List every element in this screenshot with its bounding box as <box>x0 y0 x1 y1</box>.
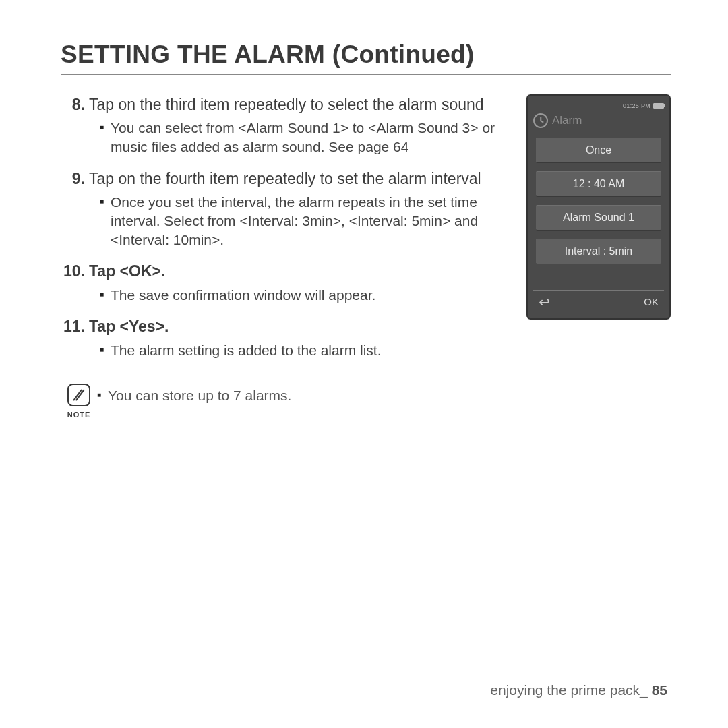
note-text: You can store up to 7 alarms. <box>108 386 291 405</box>
step-number: 8. <box>61 94 89 115</box>
clock-icon <box>533 113 548 128</box>
device-option-frequency[interactable]: Once <box>536 138 661 163</box>
step-text: Tap on the third item repeatedly to sele… <box>89 94 508 115</box>
step-number: 9. <box>61 169 89 189</box>
step-10: 10. Tap <OK>. <box>61 261 508 281</box>
device-title: Alarm <box>552 114 582 127</box>
step-number: 11. <box>61 316 89 336</box>
note-icon <box>67 384 90 406</box>
device-option-time[interactable]: 12 : 40 AM <box>536 171 661 197</box>
page-footer: enjoying the prime pack_ 85 <box>490 682 667 698</box>
sub-text: The save confirmation window will appear… <box>111 286 508 305</box>
device-option-interval[interactable]: Interval : 5min <box>536 239 661 264</box>
note-label: NOTE <box>61 410 97 420</box>
device-header: Alarm <box>533 112 664 129</box>
bullet-icon: ■ <box>100 119 111 136</box>
device-screenshot: 01:25 PM Alarm Once 12 : 40 AM Alarm Sou… <box>526 94 671 320</box>
ok-button[interactable]: OK <box>644 296 659 307</box>
step-text: Tap <OK>. <box>89 261 508 281</box>
back-icon[interactable]: ↪ <box>539 294 550 310</box>
device-status-bar: 01:25 PM <box>533 101 664 111</box>
battery-icon <box>653 103 664 109</box>
bullet-icon: ■ <box>97 386 108 405</box>
sub-text: The alarm setting is added to the alarm … <box>111 341 508 360</box>
step-8: 8. Tap on the third item repeatedly to s… <box>61 94 508 115</box>
page-title: SETTING THE ALARM (Continued) <box>61 40 671 75</box>
note-block: NOTE ■ You can store up to 7 alarms. <box>61 384 508 419</box>
footer-page-number: 85 <box>652 682 667 698</box>
step-9: 9. Tap on the fourth item repeatedly to … <box>61 169 508 189</box>
step-text: Tap on the fourth item repeatedly to set… <box>89 169 508 189</box>
footer-section: enjoying the prime pack_ <box>490 682 647 698</box>
bullet-icon: ■ <box>100 286 111 303</box>
bullet-icon: ■ <box>100 341 111 359</box>
device-footer: ↪ OK <box>533 290 664 313</box>
instruction-list: 8. Tap on the third item repeatedly to s… <box>61 94 508 419</box>
step-text: Tap <Yes>. <box>89 316 508 336</box>
step-10-sub: ■ The save confirmation window will appe… <box>100 286 508 305</box>
step-11: 11. Tap <Yes>. <box>61 316 508 336</box>
device-option-sound[interactable]: Alarm Sound 1 <box>536 205 661 231</box>
step-11-sub: ■ The alarm setting is added to the alar… <box>100 341 508 360</box>
step-9-sub: ■ Once you set the interval, the alarm r… <box>100 193 508 249</box>
step-8-sub: ■ You can select from <Alarm Sound 1> to… <box>100 119 508 156</box>
sub-text: Once you set the interval, the alarm rep… <box>111 193 508 249</box>
device-status-time: 01:25 PM <box>623 102 650 109</box>
sub-text: You can select from <Alarm Sound 1> to <… <box>111 119 508 156</box>
bullet-icon: ■ <box>100 193 111 210</box>
step-number: 10. <box>61 261 89 281</box>
